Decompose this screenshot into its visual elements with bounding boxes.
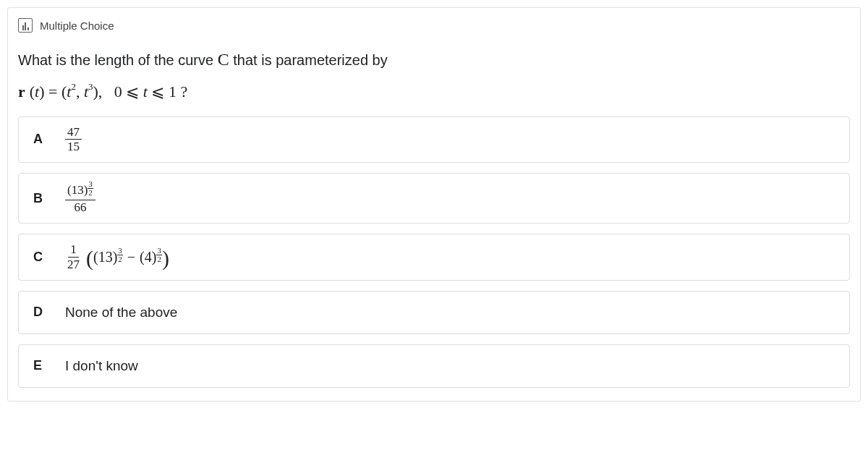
question-type-label: Multiple Choice bbox=[40, 20, 114, 32]
option-b[interactable]: B (13)32 66 bbox=[18, 173, 850, 224]
prompt-prefix: What is the length of the curve bbox=[18, 52, 218, 68]
options-list: A 47 15 B (13)32 66 C bbox=[8, 116, 860, 388]
option-letter: D bbox=[33, 305, 46, 320]
option-d[interactable]: D None of the above bbox=[18, 291, 850, 334]
option-a-value: 47 15 bbox=[65, 126, 82, 154]
question-header: Multiple Choice bbox=[8, 8, 860, 40]
equation-of-t: (t) = (t2, t3), 0 ⩽ t ⩽ 1 ? bbox=[30, 82, 187, 101]
open-paren: ( bbox=[86, 247, 93, 269]
option-letter: C bbox=[33, 250, 46, 265]
prompt-suffix: that is parameterized by bbox=[229, 52, 388, 68]
option-letter: E bbox=[33, 358, 46, 373]
option-c-value: 1 27 ( (13)32 − (4)32 ) bbox=[65, 243, 169, 271]
question-equation: r(t) = (t2, t3), 0 ⩽ t ⩽ 1 ? bbox=[8, 82, 860, 116]
question-prompt: What is the length of the curve C that i… bbox=[8, 40, 860, 82]
option-b-value: (13)32 66 bbox=[65, 182, 95, 214]
equation-r: r bbox=[18, 82, 25, 101]
option-letter: B bbox=[33, 191, 46, 206]
close-paren: ) bbox=[162, 247, 169, 269]
option-e-text: I don't know bbox=[65, 358, 138, 374]
question-card: Multiple Choice What is the length of th… bbox=[7, 7, 861, 402]
bar-chart-icon bbox=[18, 18, 33, 33]
option-d-text: None of the above bbox=[65, 305, 177, 320]
option-c[interactable]: C 1 27 ( (13)32 − (4)32 ) bbox=[18, 234, 850, 281]
option-e[interactable]: E I don't know bbox=[18, 344, 850, 388]
option-letter: A bbox=[33, 132, 46, 147]
option-a[interactable]: A 47 15 bbox=[18, 116, 850, 163]
curve-symbol: C bbox=[218, 50, 229, 69]
